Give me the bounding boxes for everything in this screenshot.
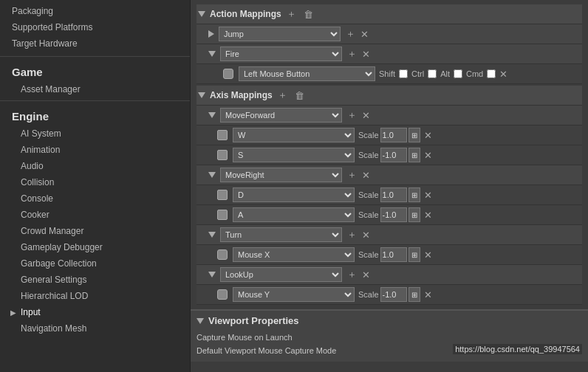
- fire-select[interactable]: Fire: [220, 46, 342, 61]
- mouse-x-select[interactable]: Mouse X: [233, 247, 355, 262]
- d-delete-icon[interactable]: ✕: [424, 190, 432, 201]
- axis-mappings-delete-btn[interactable]: 🗑: [293, 89, 307, 102]
- d-key-select[interactable]: D: [233, 187, 355, 202]
- move-forward-select[interactable]: MoveForward: [220, 108, 342, 123]
- mouse-y-delete-icon[interactable]: ✕: [424, 289, 432, 300]
- game-section-header: Game: [0, 60, 190, 81]
- action-mappings-section: Action Mappings ＋ 🗑: [196, 4, 582, 24]
- w-delete-icon[interactable]: ✕: [424, 130, 432, 141]
- sidebar-item-console[interactable]: Console: [0, 190, 190, 207]
- keyboard-a-icon: [217, 210, 228, 220]
- jump-toggle[interactable]: [208, 30, 214, 38]
- a-delete-icon[interactable]: ✕: [424, 210, 432, 221]
- ctrl-checkbox[interactable]: [428, 69, 437, 78]
- turn-select[interactable]: Turn: [220, 227, 342, 242]
- w-scale-input[interactable]: [380, 128, 407, 142]
- move-right-add-btn[interactable]: ＋: [345, 168, 359, 182]
- mouse-y-scale-input[interactable]: [380, 287, 407, 302]
- fire-add-btn[interactable]: ＋: [345, 46, 359, 61]
- jump-select[interactable]: Jump: [219, 27, 341, 41]
- jump-add-btn[interactable]: ＋: [343, 27, 358, 41]
- sidebar-item-asset-manager[interactable]: Asset Manager: [0, 81, 190, 97]
- move-forward-add-btn[interactable]: ＋: [345, 108, 359, 123]
- action-mappings-delete-btn[interactable]: 🗑: [301, 8, 315, 21]
- lmb-delete-icon[interactable]: ✕: [499, 69, 507, 80]
- cmd-checkbox[interactable]: [487, 69, 496, 78]
- sidebar-item-ai-system[interactable]: AI System: [0, 125, 190, 142]
- sidebar-item-animation[interactable]: Animation: [0, 142, 190, 158]
- lookup-delete-icon[interactable]: ✕: [362, 269, 370, 280]
- move-right-select[interactable]: MoveRight: [220, 168, 342, 182]
- sidebar-item-packaging[interactable]: Packaging: [12, 3, 178, 19]
- mouse-x-row: Mouse X Scale ⊞ ✕: [196, 245, 582, 265]
- engine-section-header: Engine: [0, 104, 190, 125]
- s-key-row: S Scale ⊞ ✕: [196, 145, 582, 165]
- mouse-x-scale-input[interactable]: [380, 247, 407, 262]
- sidebar-item-cooker[interactable]: Cooker: [0, 207, 190, 223]
- sidebar-item-audio[interactable]: Audio: [0, 158, 190, 174]
- action-mappings-toggle[interactable]: [198, 11, 205, 17]
- turn-delete-icon[interactable]: ✕: [362, 230, 370, 241]
- s-scale-expand-btn[interactable]: ⊞: [408, 148, 420, 162]
- action-mappings-add-btn[interactable]: ＋: [284, 7, 298, 21]
- move-forward-delete-icon[interactable]: ✕: [362, 110, 370, 121]
- keyboard-s-icon: [217, 150, 228, 160]
- axis-mappings-add-btn[interactable]: ＋: [276, 88, 290, 103]
- s-scale-label: Scale: [358, 151, 379, 159]
- sidebar-item-navigation-mesh[interactable]: Navigation Mesh: [0, 320, 190, 337]
- s-scale-group: Scale ⊞: [358, 148, 420, 162]
- jump-delete-icon[interactable]: ✕: [360, 29, 369, 40]
- a-scale-expand-btn[interactable]: ⊞: [408, 207, 420, 222]
- sidebar-item-input[interactable]: ▶ Input: [0, 304, 190, 320]
- sidebar-item-collision[interactable]: Collision: [0, 174, 190, 190]
- sidebar-item-target-hardware[interactable]: Target Hardware: [12, 35, 178, 52]
- sidebar-item-crowd-manager[interactable]: Crowd Manager: [0, 223, 190, 239]
- fire-row: Fire ＋ ✕: [196, 44, 582, 64]
- alt-checkbox[interactable]: [454, 69, 462, 78]
- left-mouse-button-select[interactable]: Left Mouse Button: [239, 66, 375, 81]
- d-scale-input[interactable]: [380, 187, 407, 202]
- a-scale-input[interactable]: [380, 207, 407, 222]
- mouse-y-select[interactable]: Mouse Y: [233, 287, 355, 302]
- shift-checkbox[interactable]: [399, 69, 408, 78]
- mouse-y-scale-group: Scale ⊞: [358, 287, 420, 302]
- fire-toggle[interactable]: [208, 51, 216, 57]
- mouse-x-delete-icon[interactable]: ✕: [424, 249, 432, 261]
- turn-toggle[interactable]: [208, 232, 216, 238]
- a-key-select[interactable]: A: [233, 207, 355, 222]
- w-key-select[interactable]: W: [233, 128, 355, 142]
- capture-mouse-row: Capture Mouse on Launch: [196, 331, 582, 344]
- d-scale-expand-btn[interactable]: ⊞: [408, 187, 420, 202]
- fire-delete-icon[interactable]: ✕: [362, 49, 370, 60]
- sidebar-item-gameplay-debugger[interactable]: Gameplay Debugger: [0, 239, 190, 255]
- move-forward-toggle[interactable]: [208, 112, 216, 118]
- move-right-delete-icon[interactable]: ✕: [362, 170, 370, 181]
- lookup-select[interactable]: LookUp: [220, 267, 342, 282]
- viewport-properties-header: Viewport Properties: [196, 315, 582, 326]
- mouse-x-icon: [217, 249, 228, 260]
- axis-mappings-toggle[interactable]: [198, 92, 205, 98]
- mouse-x-scale-expand-btn[interactable]: ⊞: [408, 247, 420, 262]
- sidebar-item-hierarchical-lod[interactable]: Hierarchical LOD: [0, 288, 190, 304]
- capture-mouse-label: Capture Mouse on Launch: [196, 333, 582, 342]
- axis-mappings-label: Axis Mappings: [210, 90, 273, 100]
- move-right-toggle[interactable]: [208, 172, 216, 178]
- default-viewport-row: Default Viewport Mouse Capture Mode http…: [196, 344, 582, 357]
- sidebar-item-supported-platforms[interactable]: Supported Platforms: [12, 19, 178, 35]
- viewport-toggle[interactable]: [196, 318, 204, 324]
- s-delete-icon[interactable]: ✕: [424, 150, 432, 161]
- action-mappings-label: Action Mappings: [210, 9, 281, 19]
- sidebar-item-garbage-collection[interactable]: Garbage Collection: [0, 255, 190, 272]
- shift-label: Shift: [379, 69, 395, 78]
- lookup-add-btn[interactable]: ＋: [345, 267, 359, 282]
- mouse-y-scale-expand-btn[interactable]: ⊞: [408, 287, 420, 302]
- a-scale-group: Scale ⊞: [358, 207, 420, 222]
- sidebar-item-general-settings[interactable]: General Settings: [0, 272, 190, 288]
- s-key-select[interactable]: S: [233, 148, 355, 162]
- w-scale-expand-btn[interactable]: ⊞: [408, 128, 420, 142]
- s-scale-input[interactable]: [380, 148, 407, 162]
- expand-arrow-icon: ▶: [10, 309, 16, 317]
- turn-add-btn[interactable]: ＋: [345, 227, 359, 242]
- move-forward-section: MoveForward ＋ ✕: [196, 106, 582, 125]
- lookup-toggle[interactable]: [208, 272, 216, 278]
